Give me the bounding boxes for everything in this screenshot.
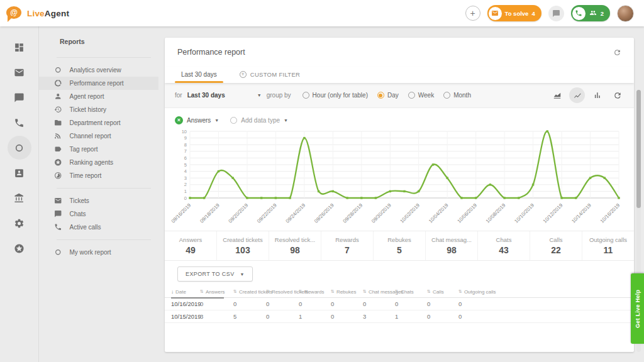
online-count: 2 xyxy=(601,10,608,17)
chart-type-tools xyxy=(549,87,625,103)
cell-value: 0 xyxy=(427,313,458,320)
sidebar-item-agent-report[interactable]: Agent report xyxy=(39,90,158,103)
stat-chats: Chats43 xyxy=(477,231,530,260)
sort-icon: ⇅ xyxy=(427,289,431,294)
date-range-select[interactable]: Last 30 days ▼ xyxy=(187,92,262,99)
cell-value: 1 xyxy=(299,313,331,320)
column-header-rewards[interactable]: ⇅Rewards xyxy=(299,289,331,295)
series-chip-answers[interactable]: × Answers ▼ xyxy=(175,116,219,124)
stat-value: 98 xyxy=(290,245,300,255)
sidebar-item-label: Time report xyxy=(70,172,102,179)
sort-icon: ⇅ xyxy=(299,289,303,294)
column-header-answers[interactable]: ⇅Answers xyxy=(200,289,233,295)
nav-rail-item-reports[interactable] xyxy=(8,136,31,160)
to-solve-button[interactable]: To solve 4 xyxy=(487,5,541,21)
group-by-radio-week[interactable]: Week xyxy=(408,92,434,99)
refresh-report-button[interactable] xyxy=(613,48,621,57)
column-header-rebukes[interactable]: ⇅Rebukes xyxy=(331,289,363,295)
column-header-date[interactable]: ↓Date xyxy=(171,289,200,295)
user-avatar[interactable] xyxy=(617,5,634,22)
sidebar-item-tickets[interactable]: Tickets xyxy=(39,194,158,207)
sidebar-sections: Analytics overviewPerformance reportAgen… xyxy=(39,63,164,259)
refresh-icon xyxy=(613,48,621,57)
sort-icon: ⇅ xyxy=(363,289,367,294)
nav-rail-item-settings[interactable] xyxy=(8,211,31,235)
sidebar-title: Reports xyxy=(39,36,164,52)
sidebar-item-ticket-history[interactable]: Ticket history xyxy=(39,103,158,116)
line-chart-button[interactable] xyxy=(569,87,585,103)
table-row[interactable]: 10/16/2019000000000 xyxy=(165,298,634,310)
cell-date: 10/16/2019 xyxy=(171,300,200,307)
calls-status-button[interactable]: 2 xyxy=(571,5,610,21)
svg-text:5: 5 xyxy=(184,162,187,168)
vertical-scrollbar-thumb[interactable] xyxy=(636,90,641,208)
nav-rail-item-dashboard[interactable] xyxy=(8,35,31,59)
svg-text:09/26/2019: 09/26/2019 xyxy=(313,202,335,224)
chevron-down-icon: ▼ xyxy=(240,272,245,277)
export-label: EXPORT TO CSV xyxy=(186,271,235,277)
sidebar-item-time-report[interactable]: Time report xyxy=(39,169,158,182)
table-row[interactable]: 10/15/2019350103100 xyxy=(165,310,634,323)
group-by-radio-day[interactable]: Day xyxy=(377,92,399,99)
nav-rail-item-company[interactable] xyxy=(8,186,31,210)
sidebar-item-tag-report[interactable]: Tag report xyxy=(39,143,158,156)
stat-label: Rewards xyxy=(335,236,359,243)
nav-rail-item-contacts[interactable] xyxy=(8,161,31,185)
stat-label: Created tickets xyxy=(223,236,262,243)
phone-icon xyxy=(14,118,25,128)
sidebar-item-active-calls[interactable]: Active calls xyxy=(39,221,158,234)
svg-text:09/22/2019: 09/22/2019 xyxy=(256,202,278,224)
table-body: 10/16/201900000000010/15/2019350103100 xyxy=(165,298,634,323)
radio-icon xyxy=(303,92,309,99)
sidebar-item-my-work-report[interactable]: My work report xyxy=(39,246,158,259)
group-by-radio-hour[interactable]: Hour (only for table) xyxy=(303,92,368,99)
tab-label: Last 30 days xyxy=(181,71,217,78)
svg-text:09/28/2019: 09/28/2019 xyxy=(342,202,364,224)
nav-rail-item-chats[interactable] xyxy=(8,85,31,109)
stat-value: 11 xyxy=(604,245,613,255)
sidebar-item-channel-report[interactable]: Channel report xyxy=(39,129,158,143)
performance-table: ↓Date⇅Answers⇅Created tickets⇅Resolved t… xyxy=(165,286,634,352)
column-header-chats[interactable]: ⇅Chats xyxy=(395,289,427,295)
add-data-type-button[interactable]: Add data type ▼ xyxy=(230,117,288,124)
sidebar-item-analytics-overview[interactable]: Analytics overview xyxy=(39,63,158,77)
export-to-csv-button[interactable]: EXPORT TO CSV ▼ xyxy=(177,266,253,282)
tab-last-30-days[interactable]: Last 30 days xyxy=(170,71,228,83)
sidebar-item-performance-report[interactable]: Performance report xyxy=(39,77,158,90)
line-chart-icon xyxy=(573,91,582,100)
cell-value: 0 xyxy=(458,300,502,307)
sidebar-divider xyxy=(57,239,151,240)
stat-label: Outgoing calls xyxy=(589,236,627,243)
chats-toggle-button[interactable] xyxy=(548,6,564,21)
column-header-resolved-tickets[interactable]: ⇅Resolved tickets xyxy=(266,289,299,295)
group-by-radio-month[interactable]: Month xyxy=(443,92,471,99)
sidebar-item-department-report[interactable]: Department report xyxy=(39,116,158,129)
sort-desc-icon: ↓ xyxy=(171,289,174,295)
add-button[interactable]: + xyxy=(465,6,480,21)
svg-text:10/12/2019: 10/12/2019 xyxy=(542,202,564,224)
tab-custom-filter[interactable]: + CUSTOM FILTER xyxy=(228,71,312,83)
stat-rebukes: Rebukes5 xyxy=(373,231,425,260)
remove-series-icon[interactable]: × xyxy=(175,116,183,124)
sidebar-item-chats[interactable]: Chats xyxy=(39,207,158,221)
stat-value: 43 xyxy=(499,245,509,255)
column-header-chat-messages[interactable]: ⇅Chat messages xyxy=(363,289,395,295)
sidebar-item-label: Tag report xyxy=(70,146,98,153)
nav-rail-item-addons[interactable] xyxy=(8,236,31,260)
area-chart-button[interactable] xyxy=(549,87,565,103)
stat-value: 103 xyxy=(235,245,250,255)
get-live-help-button[interactable]: Get Live Help xyxy=(631,273,644,344)
nav-rail-item-calls[interactable] xyxy=(8,111,31,134)
stat-label: Chats xyxy=(496,236,512,243)
brand-text: LiveAgent xyxy=(27,9,69,18)
bar-chart-button[interactable] xyxy=(589,87,605,103)
svg-text:10: 10 xyxy=(182,129,187,134)
column-header-outgoing-calls[interactable]: ⇅Outgoing calls xyxy=(458,289,502,295)
column-header-created-tickets[interactable]: ⇅Created tickets xyxy=(233,289,266,295)
sidebar-item-ranking-agents[interactable]: Ranking agents xyxy=(39,156,158,169)
ring-icon xyxy=(54,66,62,74)
refresh-chart-button[interactable] xyxy=(609,87,625,103)
column-header-calls[interactable]: ⇅Calls xyxy=(427,289,458,295)
chevron-down-icon: ▼ xyxy=(257,93,262,97)
nav-rail-item-tickets[interactable] xyxy=(8,60,31,84)
